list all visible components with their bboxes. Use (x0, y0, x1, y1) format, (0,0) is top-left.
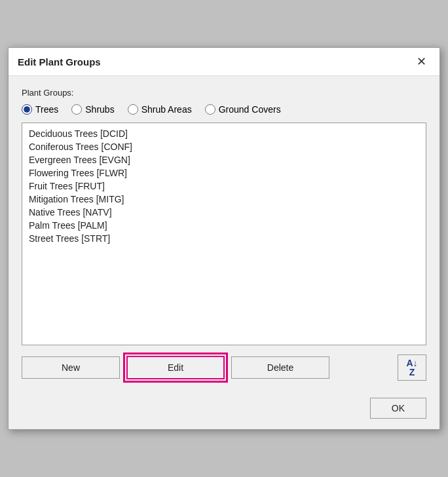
dialog-title: Edit Plant Groups (18, 56, 101, 67)
list-item[interactable]: Fruit Trees [FRUT] (25, 180, 423, 193)
list-item[interactable]: Mitigation Trees [MITG] (25, 193, 423, 206)
edit-button[interactable]: Edit (126, 356, 225, 379)
radio-trees[interactable]: Trees (22, 104, 58, 115)
list-item[interactable]: Deciduous Trees [DCID] (25, 127, 423, 140)
new-button[interactable]: New (22, 356, 120, 379)
list-item[interactable]: Native Trees [NATV] (25, 206, 423, 219)
radio-shrub-areas[interactable]: Shrub Areas (128, 104, 192, 115)
title-bar: Edit Plant Groups ✕ (9, 48, 439, 76)
sort-icon: A↓Z (406, 358, 417, 377)
radio-trees-label: Trees (35, 104, 58, 115)
sort-button[interactable]: A↓Z (398, 354, 426, 381)
radio-shrubs-label: Shrubs (85, 104, 114, 115)
radio-group: Trees Shrubs Shrub Areas Ground Covers (22, 104, 426, 115)
plant-list-box[interactable]: Deciduous Trees [DCID] Coniferous Trees … (22, 123, 426, 345)
close-button[interactable]: ✕ (413, 54, 430, 69)
radio-ground-covers-label: Ground Covers (219, 104, 281, 115)
list-item[interactable]: Evergreen Trees [EVGN] (25, 153, 423, 166)
list-item[interactable]: Flowering Trees [FLWR] (25, 166, 423, 180)
radio-shrub-areas-label: Shrub Areas (141, 104, 192, 115)
dialog-body: Plant Groups: Trees Shrubs Shrub Areas G… (9, 76, 439, 391)
list-item[interactable]: Street Trees [STRT] (25, 232, 423, 245)
delete-button[interactable]: Delete (231, 356, 329, 379)
ok-button[interactable]: OK (370, 398, 426, 419)
edit-plant-groups-dialog: Edit Plant Groups ✕ Plant Groups: Trees … (8, 47, 440, 430)
list-item[interactable]: Palm Trees [PALM] (25, 219, 423, 232)
button-row: New Edit Delete A↓Z (22, 354, 426, 381)
radio-shrubs[interactable]: Shrubs (71, 104, 114, 115)
radio-ground-covers[interactable]: Ground Covers (205, 104, 281, 115)
list-item[interactable]: Coniferous Trees [CONF] (25, 140, 423, 153)
plant-groups-label: Plant Groups: (22, 88, 426, 98)
ok-row: OK (9, 391, 439, 429)
